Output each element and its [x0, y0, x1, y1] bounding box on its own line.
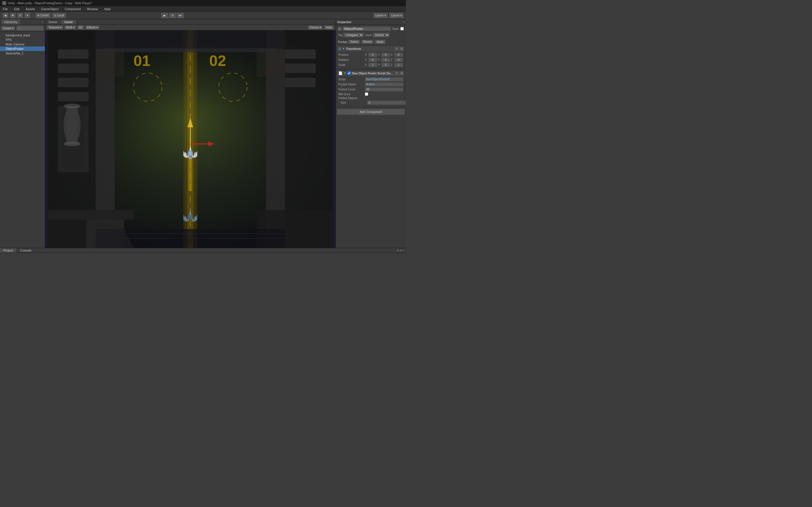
menu-window[interactable]: Window: [86, 7, 99, 11]
pos-z-input[interactable]: [394, 53, 403, 57]
prefab-apply-btn[interactable]: Apply: [375, 40, 386, 44]
tab-console[interactable]: Console: [17, 248, 35, 252]
project-right-panel: Assets > Prefabs: [45, 253, 406, 253]
pooled-count-label: Pooled Count: [338, 88, 364, 91]
rgb-ctrl[interactable]: RGB ▾: [64, 25, 76, 30]
hierarchy-panel: Hierarchy ≡ Create ▾ background_back FPS…: [0, 19, 45, 248]
transform-settings-icon[interactable]: ⚙: [400, 47, 403, 51]
scale-y-input[interactable]: [381, 63, 390, 67]
transform-header[interactable]: ⊞ ▼ Transform ? ⚙: [337, 46, 405, 52]
scale-x-label: X: [365, 63, 368, 66]
viewport-tabs: Scene Game: [45, 19, 336, 25]
hierarchy-search[interactable]: [16, 25, 44, 31]
menu-component[interactable]: Component: [63, 7, 82, 11]
script-menu-icon[interactable]: ?: [395, 71, 399, 75]
layer-group: Layer Default: [365, 33, 390, 38]
hierarchy-item-spaceship[interactable]: Spaceship_1: [0, 51, 45, 55]
layout-btn[interactable]: Layout ▾: [389, 13, 404, 18]
script-body: Script NewObjectPooler5 Pooled Object Bu…: [337, 76, 405, 107]
rot-z-input[interactable]: [394, 58, 403, 62]
position-label: Position: [338, 53, 364, 56]
bottom-panel-icons[interactable]: ⊟ ⊠ ≡: [395, 249, 406, 252]
tag-select[interactable]: Untagged: [343, 33, 364, 38]
transform-icons: ? ⚙: [395, 47, 403, 51]
title-bar: U Unity - Main.unity - ObjectPoolingDemo…: [0, 0, 406, 6]
bottom-area: Project Console ⊟ ⊠ ≡ Create ▾ ★ Favorit…: [0, 248, 406, 253]
hierarchy-item-main-camera[interactable]: Main Camera: [0, 42, 45, 47]
static-checkbox[interactable]: [400, 27, 404, 31]
static-label: Static: [392, 27, 399, 31]
stats-ctrl[interactable]: Stats: [324, 25, 334, 30]
size-input[interactable]: [367, 101, 406, 105]
toolbar-refresh-btn[interactable]: ↺: [17, 13, 23, 18]
hierarchy-create-btn[interactable]: Create ▾: [1, 26, 15, 31]
hierarchy-item-fps[interactable]: FPS: [0, 38, 45, 42]
scale-x-input[interactable]: [368, 63, 377, 67]
rot-y-group: Y: [378, 58, 390, 62]
pooled-object-input[interactable]: Bullets: [365, 82, 403, 87]
bottom-tabs: Project Console ⊟ ⊠ ≡: [0, 248, 406, 253]
inspector-title: Inspector: [338, 20, 352, 24]
pos-z-group: Z: [391, 53, 403, 57]
textured-ctrl[interactable]: Textured ▾: [47, 25, 63, 30]
add-component-btn[interactable]: Add Component: [337, 109, 405, 115]
rot-y-input[interactable]: [381, 58, 390, 62]
menu-file[interactable]: File: [2, 7, 9, 11]
script-component: 📄 ▼ New Object Pooler Script (Sc... ? ⚙ …: [337, 70, 405, 107]
script-active-checkbox[interactable]: [347, 71, 351, 75]
tab-scene[interactable]: Scene: [45, 20, 61, 24]
tab-game[interactable]: Game: [61, 20, 77, 24]
menu-help[interactable]: Help: [103, 7, 112, 11]
scale-z-input[interactable]: [394, 63, 403, 67]
center-btn[interactable]: ⊕ Center: [35, 13, 51, 18]
script-icons: ? ⚙: [395, 71, 403, 75]
script-value[interactable]: NewObjectPooler5: [365, 77, 403, 81]
toolbar-back-btn[interactable]: ◀: [2, 13, 8, 18]
rot-z-label: Z: [391, 58, 394, 61]
inspector-body: ✓ Static Tag Untagged Layer Default: [336, 25, 406, 248]
toolbar-move-btn[interactable]: ✥: [10, 13, 16, 18]
2d-ctrl[interactable]: 2D: [77, 25, 84, 30]
hierarchy-item-background[interactable]: background_back: [0, 33, 45, 38]
scale-z-group: Z: [391, 63, 403, 67]
obj-name-input[interactable]: [343, 26, 391, 31]
menu-gameobject[interactable]: GameObject: [40, 7, 60, 11]
pause-btn[interactable]: ⏸: [169, 13, 176, 18]
main-layout: Hierarchy ≡ Create ▾ background_back FPS…: [0, 19, 406, 248]
tab-project[interactable]: Project: [0, 248, 17, 252]
inspector-header: Inspector ≡: [336, 19, 406, 25]
tag-group: Tag Untagged: [338, 33, 364, 38]
step-btn[interactable]: ⏭: [177, 13, 184, 18]
pos-y-label: Y: [378, 53, 380, 56]
obj-active-checkbox[interactable]: ✓: [338, 27, 342, 31]
pos-y-input[interactable]: [381, 53, 390, 57]
local-btn[interactable]: ◎ Local: [52, 13, 66, 18]
script-settings-icon[interactable]: ⚙: [400, 71, 403, 75]
will-grow-row: Will Grow: [338, 93, 403, 96]
toolbar-hand-btn[interactable]: ✦: [24, 13, 31, 18]
transform-title: Transform: [346, 47, 394, 50]
script-header[interactable]: 📄 ▼ New Object Pooler Script (Sc... ? ⚙: [337, 70, 405, 76]
will-grow-checkbox[interactable]: [365, 93, 368, 96]
effects-ctrl[interactable]: Effects ▾: [85, 25, 99, 30]
hierarchy-tab[interactable]: Hierarchy: [2, 19, 20, 24]
size-label: Size: [341, 101, 366, 104]
tag-label: Tag: [338, 34, 343, 37]
menu-edit[interactable]: Edit: [13, 7, 20, 11]
gizmos-ctrl[interactable]: Gizmos ▾: [308, 25, 323, 30]
play-btn[interactable]: ▶: [161, 13, 168, 18]
size-row: Size: [338, 101, 403, 105]
pooled-object-row: Pooled Object Bullets: [338, 82, 403, 87]
prefab-select-btn[interactable]: Select: [348, 40, 360, 44]
layers-btn[interactable]: Layers ▾: [373, 13, 388, 18]
pooled-count-input[interactable]: [365, 87, 403, 92]
rot-x-input[interactable]: [368, 58, 377, 62]
menu-assets[interactable]: Assets: [24, 7, 36, 11]
prefab-revert-btn[interactable]: Revert: [361, 40, 373, 44]
script-field-label: Script: [338, 78, 364, 81]
pos-x-input[interactable]: [368, 53, 377, 57]
layer-select[interactable]: Default: [373, 33, 390, 38]
hierarchy-item-objectpooler[interactable]: ObjectPooler: [0, 47, 45, 51]
transform-menu-icon[interactable]: ?: [395, 47, 399, 51]
layers-layout: Layers ▾ Layout ▾: [373, 13, 404, 18]
